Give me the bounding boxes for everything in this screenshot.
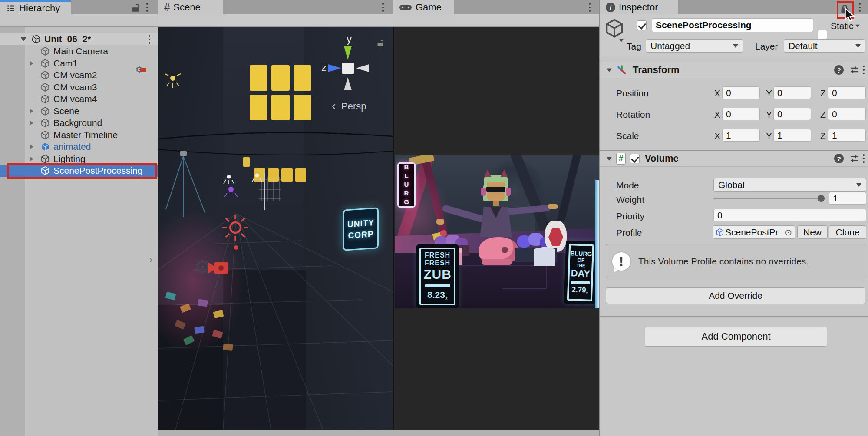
position-z-input[interactable] — [828, 86, 866, 99]
hierarchy-row[interactable]: Lighting — [0, 153, 158, 165]
weight-input[interactable] — [829, 192, 866, 205]
foldout-open-icon[interactable] — [21, 37, 26, 41]
inspector-menu-icon[interactable] — [859, 3, 861, 12]
prefab-chevron-icon[interactable]: › — [149, 254, 152, 266]
profile-clone-button[interactable]: Clone — [829, 225, 866, 239]
fresh-zub-sign: FRESH FRESH ZUB 8.23z — [416, 244, 459, 308]
tab-scene[interactable]: # Scene — [158, 0, 223, 14]
rotation-label: Rotation — [616, 109, 650, 120]
foldout-closed-icon[interactable] — [30, 109, 33, 114]
weight-slider[interactable] — [713, 198, 825, 199]
sign-line: ZUB — [423, 267, 452, 282]
hierarchy-row[interactable]: CM vcam3 — [0, 81, 158, 93]
volume-enabled-checkbox[interactable] — [630, 154, 640, 163]
camera-gizmo[interactable]: ⚙ — [194, 257, 211, 277]
presets-icon[interactable] — [849, 154, 860, 163]
yellow-light-gizmo — [165, 74, 181, 88]
white-light-gizmos — [224, 174, 262, 185]
hierarchy-row-scene-root[interactable]: Unit_06_2* — [0, 33, 158, 45]
unity-corp-neon-sign: UNITY CORP — [343, 207, 379, 251]
mode-dropdown[interactable]: Global — [713, 178, 866, 192]
mode-label: Mode — [616, 180, 639, 191]
hierarchy-row[interactable]: Main Camera ⚙ — [0, 45, 158, 57]
gizmo-cube[interactable] — [342, 63, 354, 74]
profile-new-button[interactable]: New — [797, 225, 828, 239]
persp-label[interactable]: Persp — [341, 101, 366, 112]
axis-z-cone[interactable] — [328, 64, 341, 72]
profile-object-field[interactable]: ScenePostPr ⊙ — [713, 225, 795, 239]
scene-viewport[interactable]: UNITY CORP ⚙ — [158, 27, 393, 430]
mouse-cursor — [844, 8, 857, 23]
axis-down-cone[interactable] — [344, 77, 352, 90]
orientation-gizmo[interactable]: y z ‹ Persp — [322, 35, 387, 117]
tag-dropdown[interactable]: Untagged — [646, 39, 743, 53]
gameobject-icon-caret[interactable] — [619, 39, 624, 42]
item-label: Main Camera — [53, 46, 108, 56]
volume-header[interactable]: # Volume ? — [600, 150, 868, 167]
foldout-open-icon[interactable] — [607, 68, 612, 72]
scale-x-input[interactable] — [722, 129, 760, 142]
foldout-closed-icon[interactable] — [30, 144, 33, 149]
tab-hierarchy[interactable]: Hierarchy — [0, 0, 71, 14]
object-picker-icon[interactable]: ⊙ — [785, 227, 792, 238]
foldout-closed-icon[interactable] — [30, 120, 33, 126]
scene-menu-icon[interactable] — [382, 3, 384, 12]
transform-title: Transform — [633, 64, 680, 76]
priority-input[interactable] — [713, 209, 866, 221]
gameobject-name-input[interactable] — [652, 18, 813, 32]
red-fruit — [440, 230, 447, 236]
hierarchy-row[interactable]: Scene — [0, 105, 158, 117]
help-icon[interactable]: ? — [834, 154, 844, 163]
scale-z-input[interactable] — [828, 129, 866, 142]
hierarchy-row[interactable]: Cam1 — [0, 57, 158, 69]
tab-inspector[interactable]: i Inspector — [600, 0, 678, 14]
position-y-input[interactable] — [773, 86, 811, 99]
hierarchy-row[interactable]: CM vcam2 — [0, 69, 158, 81]
volume-menu-icon[interactable] — [863, 154, 865, 163]
static-checkbox[interactable] — [818, 30, 827, 40]
hierarchy-lock-icon[interactable] — [132, 4, 139, 12]
layer-dropdown[interactable]: Default — [784, 39, 865, 53]
static-caret-icon[interactable] — [855, 25, 860, 27]
hierarchy-row[interactable]: Master Timeline — [0, 129, 158, 141]
game-viewport[interactable]: BLURG — [393, 27, 599, 430]
glasses — [486, 187, 505, 192]
scale-y-input[interactable] — [773, 129, 811, 142]
hierarchy-toolbar: + — [0, 14, 158, 27]
scene-gizmo-lock-icon[interactable] — [378, 40, 383, 46]
cat-ear-left — [484, 169, 491, 177]
rotation-z-input[interactable] — [828, 108, 866, 120]
rotation-y-input[interactable] — [773, 108, 811, 120]
presets-icon[interactable] — [849, 65, 860, 75]
axis-right-cone[interactable] — [356, 64, 369, 72]
add-component-button[interactable]: Add Component — [645, 327, 827, 347]
gameobject-icon — [40, 59, 50, 68]
gameobject-icon — [40, 94, 50, 104]
axis-y-cone[interactable] — [344, 46, 352, 60]
scene-root-menu-icon[interactable] — [149, 35, 150, 44]
hierarchy-row[interactable]: Background — [0, 117, 158, 129]
sign-price: 8.23z — [427, 290, 448, 301]
transform-header[interactable]: Transform ? — [600, 62, 868, 78]
rotation-x-input[interactable] — [722, 108, 760, 120]
hierarchy-menu-icon[interactable] — [146, 3, 148, 12]
game-menu-icon[interactable] — [589, 3, 591, 12]
hierarchy-list-icon — [6, 4, 16, 13]
position-x-input[interactable] — [722, 86, 760, 99]
weight-slider-handle[interactable] — [818, 195, 825, 202]
item-label: Master Timeline — [53, 130, 118, 140]
foldout-closed-icon[interactable] — [30, 156, 33, 162]
help-icon[interactable]: ? — [834, 65, 844, 75]
hierarchy-row-prefab[interactable]: animated › — [0, 141, 158, 153]
gameobject-icon — [40, 83, 50, 92]
active-checkbox[interactable] — [637, 20, 647, 30]
tab-game[interactable]: Game — [393, 0, 454, 14]
chevron-down-icon — [855, 44, 861, 48]
hierarchy-row-selected[interactable]: ScenePostProcessing — [0, 165, 158, 177]
spotlight-gizmo — [166, 151, 205, 217]
add-override-button[interactable]: Add Override — [606, 287, 865, 304]
transform-menu-icon[interactable] — [863, 66, 865, 74]
foldout-open-icon[interactable] — [607, 157, 612, 160]
foldout-closed-icon[interactable] — [30, 61, 33, 66]
hierarchy-row[interactable]: CM vcam4 — [0, 93, 158, 105]
